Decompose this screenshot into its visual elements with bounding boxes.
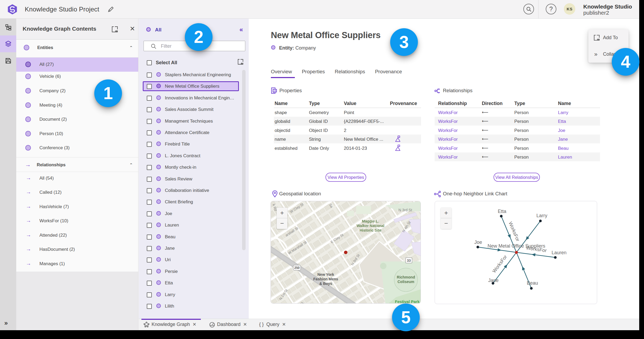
svg-text:Maggie L.: Maggie L. <box>362 219 379 223</box>
svg-text:Jane: Jane <box>488 278 499 283</box>
svg-text:WorksFor: WorksFor <box>508 221 521 242</box>
svg-text:250: 250 <box>294 266 300 270</box>
svg-text:Etta: Etta <box>498 209 507 214</box>
svg-text:Walker National: Walker National <box>357 224 385 228</box>
svg-text:& Boys: & Boys <box>319 281 332 286</box>
svg-text:New York: New York <box>317 272 334 277</box>
svg-text:Beau: Beau <box>527 280 538 286</box>
svg-text:Coliseum: Coliseum <box>397 280 414 284</box>
svg-text:Lauren: Lauren <box>552 250 566 255</box>
svg-text:Historic Site: Historic Site <box>360 228 381 232</box>
svg-text:Fashion Mens: Fashion Mens <box>313 277 338 281</box>
svg-text:Richmond: Richmond <box>397 275 415 279</box>
svg-text:33: 33 <box>407 259 411 263</box>
svg-text:Festival Park: Festival Park <box>395 299 420 304</box>
svg-text:N 3rd St: N 3rd St <box>398 208 412 212</box>
svg-text:WorksFor: WorksFor <box>491 254 508 274</box>
svg-text:Larry: Larry <box>536 213 547 218</box>
svg-text:Joe: Joe <box>474 240 482 245</box>
